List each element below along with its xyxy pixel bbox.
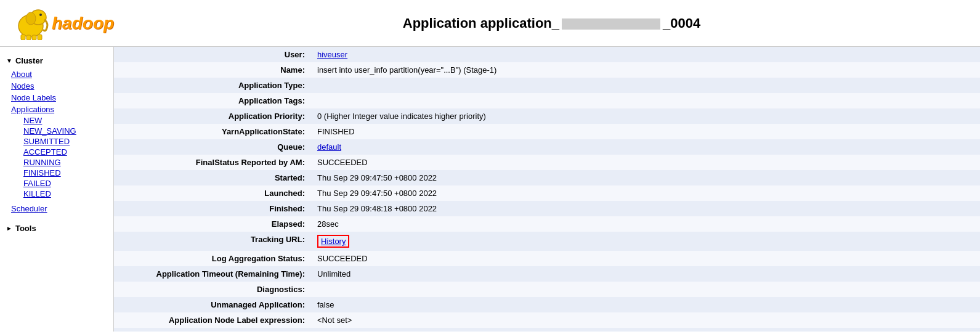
final-status-label: FinalStatus Reported by AM:	[114, 155, 311, 170]
sidebar-item-running[interactable]: RUNNING	[21, 157, 113, 168]
page-title-prefix: Application application_	[403, 15, 559, 31]
table-row: Started: Thu Sep 29 09:47:50 +0800 2022	[114, 170, 980, 185]
yarn-state-label: YarnApplicationState:	[114, 124, 311, 139]
name-value: insert into user_info partition(year="..…	[311, 62, 980, 78]
table-row: Finished: Thu Sep 29 09:48:18 +0800 2022	[114, 201, 980, 216]
table-row: Application Node Label expression: <Not …	[114, 312, 980, 328]
sidebar: ▼ Cluster About Nodes Node Labels Applic…	[0, 47, 114, 332]
page-title-suffix: _0004	[663, 15, 700, 31]
main-layout: ▼ Cluster About Nodes Node Labels Applic…	[0, 47, 980, 332]
app-type-label: Application Type:	[114, 78, 311, 93]
page-title: Application application__0004	[136, 15, 968, 31]
app-tags-value	[311, 93, 980, 108]
table-row: FinalStatus Reported by AM: SUCCEEDED	[114, 155, 980, 170]
application-sub-links: NEW NEW_SAVING SUBMITTED ACCEPTED RUNNIN…	[9, 115, 113, 199]
page-title-redacted	[562, 18, 660, 30]
sidebar-item-submitted[interactable]: SUBMITTED	[21, 136, 113, 147]
unmanaged-value: false	[311, 297, 980, 312]
am-container-value: <DEFAULT_PARTITION>	[311, 328, 980, 332]
unmanaged-label: Unmanaged Application:	[114, 297, 311, 312]
app-timeout-label: Application Timeout (Remaining Time):	[114, 266, 311, 282]
hadoop-logo-icon	[12, 6, 49, 40]
cluster-links: About Nodes Node Labels Applications NEW…	[0, 68, 113, 214]
queue-value: default	[311, 139, 980, 155]
user-link[interactable]: hiveuser	[317, 50, 347, 59]
hadoop-logo-text: hadoop	[52, 14, 114, 33]
diagnostics-label: Diagnostics:	[114, 282, 311, 297]
table-row: Queue: default	[114, 139, 980, 155]
table-row: Application Timeout (Remaining Time): Un…	[114, 266, 980, 282]
table-row: Log Aggregation Status: SUCCEEDED	[114, 251, 980, 266]
diagnostics-value	[311, 282, 980, 297]
app-priority-label: Application Priority:	[114, 108, 311, 124]
app-timeout-value: Unlimited	[311, 266, 980, 282]
am-container-label: AM container Node Label expression:	[114, 328, 311, 332]
table-row: Application Type:	[114, 78, 980, 93]
launched-label: Launched:	[114, 185, 311, 201]
started-value: Thu Sep 29 09:47:50 +0800 2022	[311, 170, 980, 185]
svg-rect-5	[26, 35, 31, 40]
sidebar-item-about[interactable]: About	[9, 68, 113, 80]
table-row: AM container Node Label expression: <DEF…	[114, 328, 980, 332]
sidebar-item-new-saving[interactable]: NEW_SAVING	[21, 126, 113, 136]
app-tags-label: Application Tags:	[114, 93, 311, 108]
user-value: hiveuser	[311, 47, 980, 62]
app-type-value	[311, 78, 980, 93]
yarn-state-value: FINISHED	[311, 124, 980, 139]
final-status-value: SUCCEEDED	[311, 155, 980, 170]
tools-arrow-icon: ►	[6, 225, 12, 232]
table-row: Tracking URL: History	[114, 232, 980, 251]
log-agg-value: SUCCEEDED	[311, 251, 980, 266]
table-row: Launched: Thu Sep 29 09:47:50 +0800 2022	[114, 185, 980, 201]
node-label-expr-value: <Not set>	[311, 312, 980, 328]
sidebar-item-scheduler[interactable]: Scheduler	[9, 203, 113, 214]
table-row: Elapsed: 28sec	[114, 216, 980, 232]
sidebar-item-finished[interactable]: FINISHED	[21, 168, 113, 178]
cluster-arrow-icon: ▼	[6, 57, 12, 64]
table-row: User: hiveuser	[114, 47, 980, 62]
table-row: Application Priority: 0 (Higher Integer …	[114, 108, 980, 124]
elapsed-value: 28sec	[311, 216, 980, 232]
table-row: Diagnostics:	[114, 282, 980, 297]
tracking-url-label: Tracking URL:	[114, 232, 311, 251]
table-row: YarnApplicationState: FINISHED	[114, 124, 980, 139]
table-row: Unmanaged Application: false	[114, 297, 980, 312]
finished-value: Thu Sep 29 09:48:18 +0800 2022	[311, 201, 980, 216]
tools-section-header[interactable]: ► Tools	[0, 221, 113, 236]
elapsed-label: Elapsed:	[114, 216, 311, 232]
tracking-url-value: History	[311, 232, 980, 251]
launched-value: Thu Sep 29 09:47:50 +0800 2022	[311, 185, 980, 201]
sidebar-item-killed[interactable]: KILLED	[21, 189, 113, 199]
svg-rect-6	[32, 35, 36, 40]
cluster-section-header[interactable]: ▼ Cluster	[0, 53, 113, 68]
table-row: Name: insert into user_info partition(ye…	[114, 62, 980, 78]
main-content: User: hiveuser Name: insert into user_in…	[114, 47, 980, 332]
cluster-section-label: Cluster	[15, 56, 43, 65]
tracking-url-box: History	[317, 235, 349, 248]
tracking-url-link[interactable]: History	[321, 237, 346, 246]
app-priority-value: 0 (Higher Integer value indicates higher…	[311, 108, 980, 124]
finished-label: Finished:	[114, 201, 311, 216]
page-header: hadoop Application application__0004	[0, 0, 980, 47]
queue-link[interactable]: default	[317, 142, 341, 152]
svg-rect-4	[21, 35, 25, 40]
sidebar-item-new[interactable]: NEW	[21, 115, 113, 126]
tools-section-label: Tools	[15, 224, 36, 233]
sidebar-item-accepted[interactable]: ACCEPTED	[21, 147, 113, 157]
svg-point-3	[39, 14, 42, 16]
queue-label: Queue:	[114, 139, 311, 155]
log-agg-label: Log Aggregation Status:	[114, 251, 311, 266]
logo-area: hadoop	[12, 6, 136, 40]
sidebar-item-nodes[interactable]: Nodes	[9, 80, 113, 92]
app-info-table: User: hiveuser Name: insert into user_in…	[114, 47, 980, 332]
sidebar-item-failed[interactable]: FAILED	[21, 178, 113, 189]
table-row: Application Tags:	[114, 93, 980, 108]
user-label: User:	[114, 47, 311, 62]
svg-rect-7	[38, 35, 42, 40]
started-label: Started:	[114, 170, 311, 185]
sidebar-item-applications[interactable]: Applications	[9, 104, 113, 115]
node-label-expr-label: Application Node Label expression:	[114, 312, 311, 328]
svg-point-2	[26, 12, 36, 25]
name-label: Name:	[114, 62, 311, 78]
sidebar-item-node-labels[interactable]: Node Labels	[9, 92, 113, 104]
